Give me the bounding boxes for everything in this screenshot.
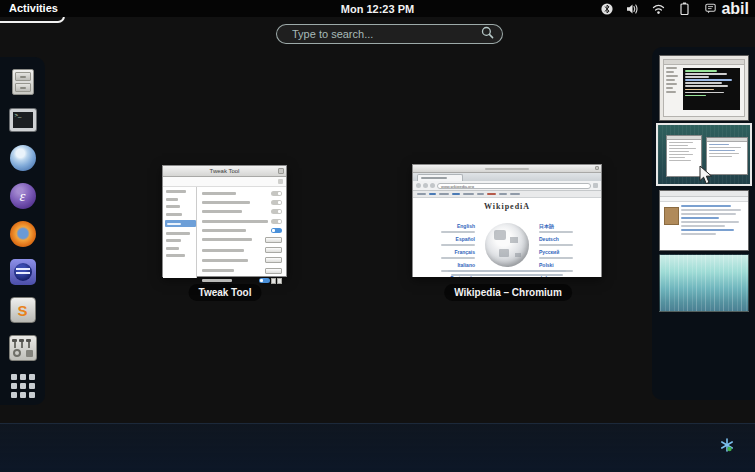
dock-item-emacs[interactable]: ε xyxy=(8,182,38,210)
wrench-icon xyxy=(593,183,598,188)
chromium-address-bar: www.wikipedia.org xyxy=(413,181,601,191)
battery-icon[interactable] xyxy=(678,2,691,15)
user-name-label: abil xyxy=(721,0,749,18)
window-caption-tweak-tool: Tweak Tool xyxy=(189,284,262,301)
terminal-icon: >_ xyxy=(10,109,36,131)
show-applications-icon xyxy=(11,374,35,398)
workspace-switcher xyxy=(652,47,755,400)
sublime-text-icon: S xyxy=(10,297,36,323)
user-menu[interactable]: abil xyxy=(704,0,749,18)
wikipedia-language-link: Polski xyxy=(539,263,573,268)
wikipedia-language-link: Русский xyxy=(539,250,573,255)
search-entry[interactable] xyxy=(276,24,503,44)
bluetooth-icon[interactable] xyxy=(600,2,613,15)
search-input[interactable] xyxy=(290,27,481,41)
dock-item-firefox[interactable] xyxy=(8,220,38,248)
volume-icon[interactable] xyxy=(626,2,639,15)
eclipse-icon xyxy=(10,259,36,285)
workspace-thumbnail-3[interactable] xyxy=(659,190,749,251)
mini-window-tweak xyxy=(666,135,702,177)
chromium-icon xyxy=(10,145,36,171)
url-field: www.wikipedia.org xyxy=(437,183,591,189)
chromium-titlebar xyxy=(413,165,601,173)
gnome-activities-overview: Activities Mon 12:23 PM xyxy=(0,0,755,472)
close-icon xyxy=(595,166,599,170)
dock-item-tweak-tool[interactable] xyxy=(8,334,38,362)
wikipedia-language-link: Italiano xyxy=(457,263,475,268)
forward-icon xyxy=(423,183,428,188)
wikipedia-globe-logo xyxy=(485,223,529,267)
dock-item-file-manager[interactable] xyxy=(8,68,38,96)
tweak-body xyxy=(163,187,286,278)
tweak-title-text: Tweak Tool xyxy=(210,168,240,174)
dash-dock: >_ ε S xyxy=(0,57,45,405)
message-tray[interactable] xyxy=(0,423,755,472)
close-icon xyxy=(278,168,284,174)
wikipedia-language-link: Español xyxy=(456,237,475,242)
status-area: abil xyxy=(600,0,749,17)
dock-item-sublime-text[interactable]: S xyxy=(8,296,38,324)
firefox-icon xyxy=(10,221,36,247)
mini-window-wikipedia xyxy=(706,137,748,175)
im-status-icon xyxy=(704,2,717,15)
back-icon xyxy=(416,183,421,188)
workspace-thumbnail-4[interactable] xyxy=(659,254,749,312)
tweak-sidebar-selected xyxy=(165,220,196,227)
wikipedia-language-link: English xyxy=(457,224,475,229)
tweak-titlebar: Tweak Tool xyxy=(163,166,286,177)
window-preview-tweak-tool[interactable]: Tweak Tool xyxy=(162,165,287,277)
window-preview-wikipedia[interactable]: www.wikipedia.org WikipediA English Espa… xyxy=(412,164,602,277)
emacs-icon: ε xyxy=(10,183,36,209)
tweak-sidebar xyxy=(163,187,197,278)
tray-notification-icon[interactable] xyxy=(720,438,734,452)
search-icon xyxy=(481,25,494,43)
wikipedia-portal-page: WikipediA English Español Français Itali… xyxy=(413,198,601,277)
wikipedia-wordmark: WikipediA xyxy=(413,202,601,211)
workspace-thumbnail-2-active[interactable] xyxy=(656,123,752,186)
chromium-tab-strip xyxy=(413,173,601,181)
tweak-tool-icon xyxy=(9,335,37,361)
wifi-icon[interactable] xyxy=(652,2,665,15)
tweak-toolbar xyxy=(163,177,286,187)
window-caption-wikipedia: Wikipedia – Chromium xyxy=(444,284,572,301)
reload-icon xyxy=(430,183,435,188)
wikipedia-small-links xyxy=(447,270,567,277)
chromium-tab xyxy=(417,174,463,181)
dock-item-eclipse[interactable] xyxy=(8,258,38,286)
dock-item-terminal[interactable]: >_ xyxy=(8,106,38,134)
wikipedia-language-link: 日本語 xyxy=(539,224,573,229)
chromium-bookmarks-bar xyxy=(413,191,601,198)
workspace-thumbnail-1[interactable] xyxy=(659,55,749,121)
dock-item-chromium[interactable] xyxy=(8,144,38,172)
dock-item-show-applications[interactable] xyxy=(8,372,38,400)
file-manager-icon xyxy=(12,69,34,95)
wikipedia-language-link: Français xyxy=(454,250,475,255)
tweak-settings-list xyxy=(197,187,286,278)
activities-active-indicator xyxy=(0,16,65,23)
wikipedia-language-link: Deutsch xyxy=(539,237,573,242)
